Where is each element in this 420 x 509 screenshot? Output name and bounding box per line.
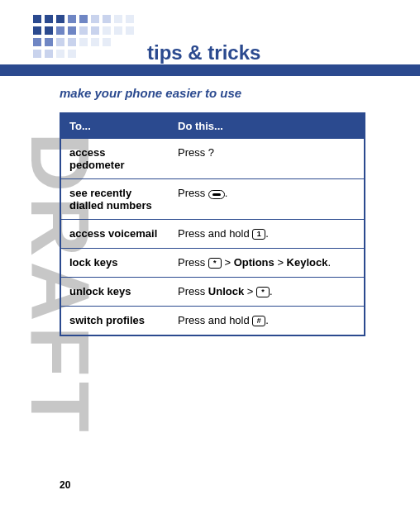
- task-cell: switch profiles: [60, 307, 169, 336]
- page-subtitle: make your phone easier to use: [60, 86, 241, 100]
- hash-key-icon: #: [252, 316, 265, 326]
- action-cell: Press .: [169, 179, 365, 220]
- col-header-to: To...: [60, 113, 169, 139]
- menu-keylock: Keylock: [287, 256, 328, 269]
- task-cell: access voicemail: [60, 220, 169, 249]
- task-cell: lock keys: [60, 249, 169, 278]
- action-cell: Press ?: [169, 139, 365, 179]
- table-row: see recently dialled numbers Press .: [60, 179, 365, 220]
- table-row: unlock keys Press Unlock > *.: [60, 278, 365, 307]
- action-cell: Press and hold 1.: [169, 220, 365, 249]
- decorative-squares: [33, 15, 134, 61]
- task-cell: unlock keys: [60, 278, 169, 307]
- page-number: 20: [60, 479, 70, 491]
- task-cell: access pedometer: [60, 139, 169, 179]
- tips-table: To... Do this... access pedometer Press …: [60, 112, 365, 336]
- action-cell: Press Unlock > *.: [169, 278, 365, 307]
- action-cell: Press * > Options > Keylock.: [169, 249, 365, 278]
- send-key-icon: [208, 190, 225, 199]
- table-row: switch profiles Press and hold #.: [60, 307, 365, 336]
- action-cell: Press and hold #.: [169, 307, 365, 336]
- menu-options: Options: [234, 256, 274, 269]
- table-row: access voicemail Press and hold 1.: [60, 220, 365, 249]
- col-header-do: Do this...: [169, 113, 365, 139]
- one-key-icon: 1: [252, 229, 265, 240]
- table-row: access pedometer Press ?: [60, 139, 365, 179]
- menu-unlock: Unlock: [208, 285, 244, 297]
- star-key-icon: *: [256, 287, 270, 297]
- header-rule: [0, 64, 420, 76]
- table-row: lock keys Press * > Options > Keylock.: [60, 249, 365, 278]
- star-key-icon: *: [208, 258, 222, 269]
- task-cell: see recently dialled numbers: [60, 179, 169, 220]
- page-title: tips & tricks: [141, 41, 267, 64]
- table-header-row: To... Do this...: [60, 113, 365, 139]
